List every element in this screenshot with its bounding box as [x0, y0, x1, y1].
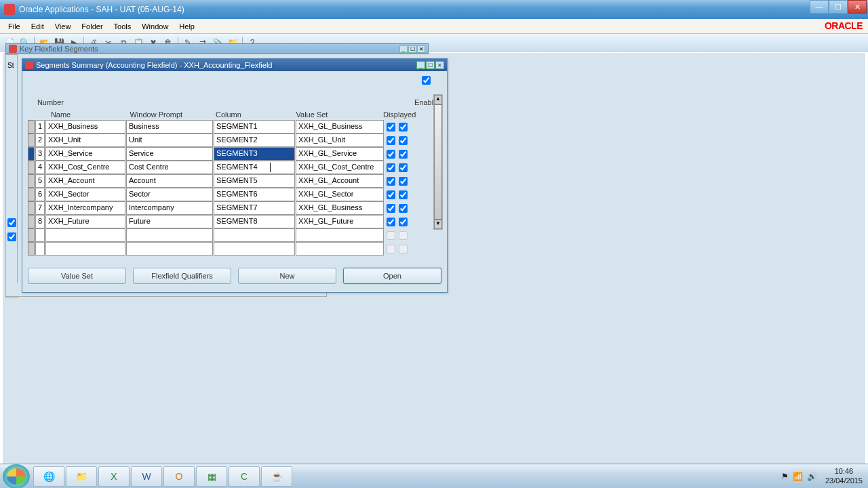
- cell-displayed[interactable]: [384, 134, 397, 147]
- table-row[interactable]: 4XXH_Cost_CentreCost CentreSEGMENT4XXH_G…: [28, 161, 441, 174]
- cell-displayed[interactable]: [384, 161, 397, 174]
- cell-prompt[interactable]: Future: [126, 215, 213, 228]
- cell-column[interactable]: [214, 242, 295, 256]
- cell-enabled[interactable]: [397, 188, 409, 201]
- cell-name[interactable]: XXH_Account: [45, 174, 125, 188]
- cell-column[interactable]: [214, 228, 295, 242]
- scroll-up-icon[interactable]: ▲: [434, 95, 442, 104]
- cell-valueset[interactable]: XXH_GL_Unit: [296, 134, 384, 147]
- table-row[interactable]: 7XXH_IntercompanyIntercompanySEGMENT7XXH…: [28, 201, 441, 215]
- cell-name[interactable]: [45, 242, 125, 256]
- tray-flag-icon[interactable]: ⚑: [781, 472, 789, 481]
- cell-name[interactable]: XXH_Sector: [45, 188, 125, 201]
- cell-number[interactable]: [35, 228, 45, 242]
- menu-help[interactable]: Help: [174, 20, 200, 33]
- taskbar-app2-icon[interactable]: C: [229, 466, 260, 487]
- flexfield-qualifiers-button[interactable]: Flexfield Qualifiers: [133, 268, 231, 284]
- cell-displayed[interactable]: [384, 188, 397, 201]
- cell-name[interactable]: [45, 228, 125, 242]
- taskbar-word-icon[interactable]: W: [131, 466, 162, 487]
- menu-view[interactable]: View: [50, 20, 77, 33]
- taskbar-explorer-icon[interactable]: 📁: [66, 466, 97, 487]
- cell-name[interactable]: XXH_Intercompany: [45, 201, 125, 215]
- cell-name[interactable]: XXH_Business: [45, 120, 125, 134]
- taskbar-java-icon[interactable]: ☕: [261, 466, 292, 487]
- cell-displayed[interactable]: [384, 147, 397, 161]
- cell-number[interactable]: 3: [35, 147, 45, 161]
- cell-column[interactable]: SEGMENT2: [214, 134, 295, 147]
- cell-number[interactable]: 7: [35, 201, 45, 215]
- close-button[interactable]: ✕: [848, 0, 867, 14]
- cell-valueset[interactable]: [296, 228, 384, 242]
- row-selector[interactable]: [28, 188, 35, 201]
- row-selector[interactable]: [28, 201, 35, 215]
- cell-valueset[interactable]: XXH_GL_Future: [296, 215, 384, 228]
- table-row-empty[interactable]: [28, 228, 441, 242]
- taskbar-excel-icon[interactable]: X: [98, 466, 130, 487]
- menu-edit[interactable]: Edit: [26, 20, 50, 33]
- seg-min-icon[interactable]: _: [416, 61, 425, 69]
- cell-displayed[interactable]: [384, 242, 397, 256]
- cell-enabled[interactable]: [397, 134, 409, 147]
- table-row[interactable]: 3XXH_ServiceServiceSEGMENT3XXH_GL_Servic…: [28, 147, 441, 161]
- tray-clock[interactable]: 10:46 23/04/2015: [825, 467, 863, 485]
- cell-valueset[interactable]: XXH_GL_Business: [296, 120, 384, 134]
- cell-enabled[interactable]: [397, 242, 409, 256]
- cell-column[interactable]: SEGMENT6: [214, 188, 295, 201]
- cell-valueset[interactable]: XXH_GL_Sector: [296, 188, 384, 201]
- cell-prompt[interactable]: Intercompany: [126, 201, 213, 215]
- cell-displayed[interactable]: [384, 215, 397, 228]
- cell-column[interactable]: SEGMENT8: [214, 215, 295, 228]
- open-button[interactable]: Open: [343, 268, 441, 284]
- menu-folder[interactable]: Folder: [76, 20, 108, 33]
- bg-min-icon[interactable]: _: [399, 45, 408, 53]
- seg-max-icon[interactable]: ☐: [426, 61, 435, 69]
- cell-prompt[interactable]: [126, 228, 213, 242]
- cell-prompt[interactable]: Business: [126, 120, 213, 134]
- table-row-empty[interactable]: [28, 242, 441, 256]
- segments-titlebar[interactable]: Segments Summary (Accounting Flexfield) …: [22, 59, 447, 71]
- menu-file[interactable]: File: [3, 20, 26, 33]
- cell-prompt[interactable]: Sector: [126, 188, 213, 201]
- cell-enabled[interactable]: [397, 215, 409, 228]
- scroll-thumb[interactable]: [434, 104, 442, 220]
- cell-column[interactable]: SEGMENT7: [214, 201, 295, 215]
- tray-network-icon[interactable]: 📶: [793, 472, 803, 481]
- seg-close-icon[interactable]: ✕: [435, 61, 444, 69]
- cell-valueset[interactable]: XXH_GL_Service: [296, 147, 384, 161]
- cell-prompt[interactable]: Service: [126, 147, 213, 161]
- cell-valueset[interactable]: XXH_GL_Cost_Centre: [296, 161, 384, 174]
- cell-prompt[interactable]: Account: [126, 174, 213, 188]
- cell-enabled[interactable]: [397, 174, 409, 188]
- cell-prompt[interactable]: Unit: [126, 134, 213, 147]
- taskbar-app1-icon[interactable]: ▦: [196, 466, 227, 487]
- cell-enabled[interactable]: [397, 120, 409, 134]
- maximize-button[interactable]: ☐: [829, 0, 848, 14]
- value-set-button[interactable]: Value Set: [28, 268, 126, 284]
- cell-number[interactable]: 2: [35, 134, 45, 147]
- cell-valueset[interactable]: [296, 242, 384, 256]
- start-button[interactable]: [3, 464, 30, 489]
- row-selector[interactable]: [28, 174, 35, 188]
- cell-number[interactable]: 5: [35, 174, 45, 188]
- bg-close-icon[interactable]: ✕: [417, 45, 425, 53]
- cell-name[interactable]: XXH_Future: [45, 215, 125, 228]
- row-selector[interactable]: [28, 228, 35, 242]
- cell-displayed[interactable]: [384, 174, 397, 188]
- cell-number[interactable]: 1: [35, 120, 45, 134]
- row-selector[interactable]: [28, 161, 35, 174]
- taskbar-ie-icon[interactable]: 🌐: [33, 466, 64, 487]
- cell-enabled[interactable]: [397, 201, 409, 215]
- cell-name[interactable]: XXH_Service: [45, 147, 125, 161]
- taskbar-outlook-icon[interactable]: O: [163, 466, 195, 487]
- row-selector[interactable]: [28, 215, 35, 228]
- cell-number[interactable]: 8: [35, 215, 45, 228]
- table-row[interactable]: 2XXH_UnitUnitSEGMENT2XXH_GL_Unit: [28, 134, 441, 147]
- cell-number[interactable]: 4: [35, 161, 45, 174]
- cell-column[interactable]: SEGMENT3: [214, 147, 295, 161]
- cell-number[interactable]: 6: [35, 188, 45, 201]
- under-check1[interactable]: [7, 218, 16, 227]
- row-selector[interactable]: [28, 242, 35, 256]
- bg-window-titlebar[interactable]: Key Flexfield Segments _ ☐ ✕: [5, 43, 429, 54]
- cell-number[interactable]: [35, 242, 45, 256]
